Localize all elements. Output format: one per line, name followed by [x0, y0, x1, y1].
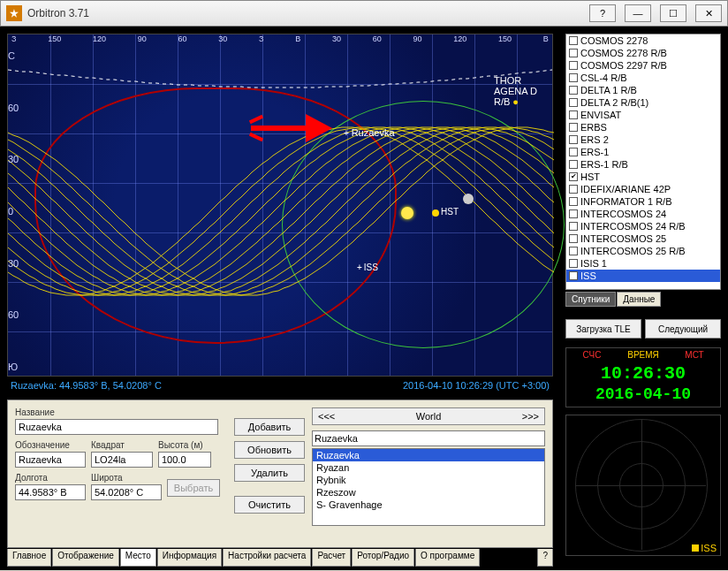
world-prev[interactable]: <<<	[318, 411, 335, 422]
satellite-checkbox[interactable]	[569, 110, 578, 119]
location-item[interactable]: Rybnik	[313, 474, 544, 486]
satellite-row[interactable]: INTERCOSMOS 24 R/B	[566, 220, 720, 232]
satellite-checkbox[interactable]	[569, 160, 578, 169]
moon-icon	[463, 194, 474, 204]
satellite-row[interactable]: INTERCOSMOS 25 R/B	[566, 245, 720, 257]
satellite-name: CSL-4 R/B	[580, 72, 627, 83]
satellite-name: HST	[580, 171, 600, 182]
satellite-name: COSMOS 2278	[580, 35, 648, 46]
help-button[interactable]: ?	[589, 4, 616, 22]
tab-0[interactable]: Главное	[7, 549, 51, 567]
tab-4[interactable]: Настройки расчета	[223, 549, 311, 567]
location-list[interactable]: RuzaevkaRyazanRybnikRzeszowS- Gravenhage	[312, 448, 545, 526]
satellite-checkbox[interactable]	[569, 98, 578, 107]
square-input[interactable]	[91, 452, 153, 468]
longitude-input[interactable]	[15, 484, 86, 500]
satellite-name: ENVISAT	[580, 110, 621, 120]
clock-time-label[interactable]: ВРЕМЯ	[618, 348, 669, 362]
satellite-row[interactable]: ✔HST	[566, 171, 720, 183]
satellite-row[interactable]: INTERCOSMOS 24	[566, 208, 720, 220]
satellite-row[interactable]: INFORMATOR 1 R/B	[566, 195, 720, 208]
location-search[interactable]	[312, 430, 545, 446]
satellite-checkbox[interactable]	[569, 86, 578, 95]
satellite-name: INTERCOSMOS 24	[580, 209, 666, 219]
satellite-name: DELTA 1 R/B	[580, 85, 637, 95]
satellite-name: COSMOS 2278 R/B	[580, 48, 667, 58]
satellite-checkbox[interactable]	[569, 36, 578, 45]
satellite-row[interactable]: ERS 2	[566, 133, 720, 146]
delete-button[interactable]: Удалить	[234, 464, 305, 482]
location-item[interactable]: Ruzaevka	[313, 449, 544, 461]
satellite-checkbox[interactable]: ✔	[569, 172, 578, 181]
satellite-row[interactable]: ISIS 1	[566, 257, 720, 270]
minimize-button[interactable]: —	[625, 4, 651, 22]
clock-mct[interactable]: МСТ	[669, 348, 720, 362]
satellite-name: COSMOS 2297 R/B	[580, 60, 667, 71]
close-button[interactable]: ✕	[695, 4, 722, 22]
world-next[interactable]: >>>	[522, 411, 539, 422]
satellite-row[interactable]: DELTA 1 R/B	[566, 84, 720, 96]
tab-2[interactable]: Место	[120, 549, 156, 567]
location-item[interactable]: Ryazan	[313, 461, 544, 474]
satellite-checkbox[interactable]	[569, 259, 578, 268]
satellite-checkbox[interactable]	[569, 49, 578, 57]
next-button[interactable]: Следующий	[645, 319, 721, 339]
satellite-row[interactable]: CSL-4 R/B	[566, 72, 720, 84]
latitude-input[interactable]	[91, 484, 162, 500]
satellite-checkbox[interactable]	[569, 197, 578, 206]
tab-5[interactable]: Расчет	[312, 549, 351, 567]
satellite-checkbox[interactable]	[569, 222, 578, 231]
refresh-button[interactable]: Обновить	[234, 441, 305, 459]
tab-6[interactable]: Ротор/Радио	[352, 549, 414, 567]
satellite-row[interactable]: COSMOS 2297 R/B	[566, 59, 720, 72]
clock-panel: СЧС ВРЕМЯ МСТ 10:26:30 2016-04-10	[565, 347, 721, 407]
select-button: Выбрать	[167, 479, 220, 497]
tab-1[interactable]: Отображение	[52, 549, 119, 567]
right-tabs: Спутники Данные	[565, 292, 721, 307]
satellite-row[interactable]: COSMOS 2278	[566, 34, 720, 47]
add-button[interactable]: Добавить	[234, 418, 305, 436]
tab-3[interactable]: Информация	[157, 549, 222, 567]
designation-input[interactable]	[15, 452, 86, 468]
satellite-row[interactable]: ERBS	[566, 121, 720, 133]
location-item[interactable]: S- Gravenhage	[313, 499, 544, 511]
satellite-checkbox[interactable]	[569, 123, 578, 132]
tab-help[interactable]: ?	[537, 549, 553, 567]
radar-panel[interactable]: ISS	[565, 415, 721, 556]
satellite-row[interactable]: COSMOS 2278 R/B	[566, 47, 720, 59]
world-map[interactable]: З150120906030ЗВ306090120150В С603003060Ю…	[7, 34, 553, 377]
location-item[interactable]: Rzeszow	[313, 486, 544, 499]
satellite-checkbox[interactable]	[569, 247, 578, 255]
satellite-name: ERS-1	[580, 147, 609, 157]
satellite-row[interactable]: INTERCOSMOS 25	[566, 232, 720, 245]
satellite-checkbox[interactable]	[569, 234, 578, 243]
satellite-checkbox[interactable]	[569, 148, 578, 156]
satellite-row[interactable]: ERS-1	[566, 146, 720, 158]
name-input[interactable]	[15, 419, 218, 435]
map-overlay: THOR AGENA D R/B ● HST ISS + Ruzaevka	[8, 34, 552, 376]
clear-button[interactable]: Очистить	[234, 496, 305, 514]
clock-date: 2016-04-10	[566, 385, 720, 407]
satellite-row[interactable]: ENVISAT	[566, 109, 720, 121]
tab-satellites[interactable]: Спутники	[565, 292, 616, 307]
satellite-checkbox[interactable]	[569, 209, 578, 218]
clock-cch[interactable]: СЧС	[566, 348, 618, 362]
satellite-row[interactable]: IDEFIX/ARIANE 42P	[566, 183, 720, 195]
sat-hst-label: HST	[441, 207, 459, 217]
satellite-row[interactable]: ERS-1 R/B	[566, 158, 720, 171]
satellite-row[interactable]: DELTA 2 R/B(1)	[566, 96, 720, 109]
satellite-list[interactable]: COSMOS 2278COSMOS 2278 R/BCOSMOS 2297 R/…	[565, 34, 721, 290]
sat-iss-label: ISS	[357, 263, 378, 272]
satellite-checkbox[interactable]: ✔	[569, 271, 578, 280]
satellite-checkbox[interactable]	[569, 61, 578, 70]
tab-data[interactable]: Данные	[617, 292, 661, 307]
load-tle-button[interactable]: Загрузка TLE	[565, 319, 641, 339]
satellite-row[interactable]: ✔ISS	[566, 270, 720, 282]
altitude-input[interactable]	[158, 452, 211, 468]
satellite-checkbox[interactable]	[569, 185, 578, 194]
maximize-button[interactable]: ☐	[660, 4, 686, 22]
satellite-checkbox[interactable]	[569, 135, 578, 144]
satellite-checkbox[interactable]	[569, 73, 578, 82]
satellite-name: IDEFIX/ARIANE 42P	[580, 184, 671, 194]
tab-7[interactable]: О программе	[415, 549, 480, 567]
